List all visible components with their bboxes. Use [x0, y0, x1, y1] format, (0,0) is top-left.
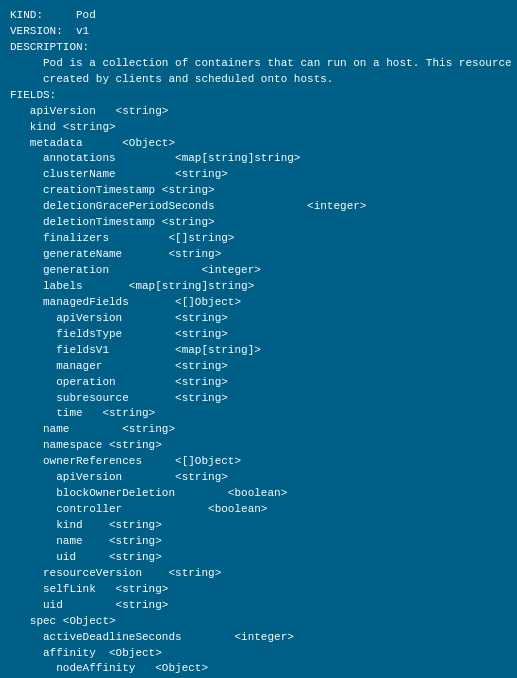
terminal-line: VERSION: v1 — [10, 24, 507, 40]
terminal-line: FIELDS: — [10, 88, 507, 104]
terminal-line: kind <string> — [10, 518, 507, 534]
terminal-line: finalizers <[]string> — [10, 231, 507, 247]
terminal-line: time <string> — [10, 406, 507, 422]
terminal-line: ownerReferences <[]Object> — [10, 454, 507, 470]
terminal-line: activeDeadlineSeconds <integer> — [10, 630, 507, 646]
terminal-line: generation <integer> — [10, 263, 507, 279]
terminal-line: selfLink <string> — [10, 582, 507, 598]
terminal-line: apiVersion <string> — [10, 104, 507, 120]
terminal-line: blockOwnerDeletion <boolean> — [10, 486, 507, 502]
terminal-line: created by clients and scheduled onto ho… — [10, 72, 507, 88]
terminal-line: kind <string> — [10, 120, 507, 136]
terminal-line: KIND: Pod — [10, 8, 507, 24]
terminal-line: controller <boolean> — [10, 502, 507, 518]
terminal-line: operation <string> — [10, 375, 507, 391]
terminal-line: name <string> — [10, 534, 507, 550]
terminal-line: generateName <string> — [10, 247, 507, 263]
terminal-line: DESCRIPTION: — [10, 40, 507, 56]
terminal-line: name <string> — [10, 422, 507, 438]
terminal-line: Pod is a collection of containers that c… — [10, 56, 507, 72]
terminal-content: KIND: PodVERSION: v1DESCRIPTION: Pod is … — [10, 8, 507, 678]
terminal-line: spec <Object> — [10, 614, 507, 630]
terminal-line: fieldsV1 <map[string]> — [10, 343, 507, 359]
terminal-line: affinity <Object> — [10, 646, 507, 662]
terminal-line: deletionTimestamp <string> — [10, 215, 507, 231]
terminal-line: uid <string> — [10, 598, 507, 614]
terminal-line: apiVersion <string> — [10, 470, 507, 486]
terminal-line: nodeAffinity <Object> — [10, 661, 507, 677]
terminal-line: clusterName <string> — [10, 167, 507, 183]
terminal-line: fieldsType <string> — [10, 327, 507, 343]
terminal-line: subresource <string> — [10, 391, 507, 407]
terminal-line: managedFields <[]Object> — [10, 295, 507, 311]
terminal-line: apiVersion <string> — [10, 311, 507, 327]
terminal-line: metadata <Object> — [10, 136, 507, 152]
terminal-line: resourceVersion <string> — [10, 566, 507, 582]
terminal-line: uid <string> — [10, 550, 507, 566]
terminal-line: manager <string> — [10, 359, 507, 375]
terminal-line: namespace <string> — [10, 438, 507, 454]
terminal-line: creationTimestamp <string> — [10, 183, 507, 199]
terminal-line: annotations <map[string]string> — [10, 151, 507, 167]
terminal-line: deletionGracePeriodSeconds <integer> — [10, 199, 507, 215]
terminal-line: labels <map[string]string> — [10, 279, 507, 295]
